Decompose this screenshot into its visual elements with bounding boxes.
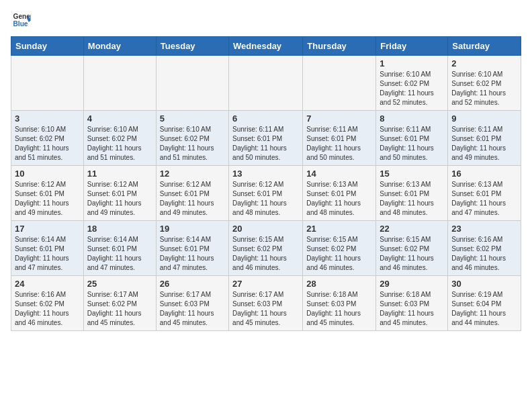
calendar-table: SundayMondayTuesdayWednesdayThursdayFrid…	[11, 36, 521, 331]
calendar-cell: 25Sunrise: 6:17 AM Sunset: 6:02 PM Dayli…	[83, 276, 156, 331]
calendar-cell: 16Sunrise: 6:13 AM Sunset: 6:01 PM Dayli…	[448, 166, 521, 221]
calendar-cell: 6Sunrise: 6:11 AM Sunset: 6:01 PM Daylig…	[229, 111, 303, 166]
calendar-cell: 21Sunrise: 6:15 AM Sunset: 6:02 PM Dayli…	[303, 221, 376, 276]
calendar-cell	[83, 56, 156, 111]
day-number: 12	[160, 169, 225, 179]
day-info: Sunrise: 6:15 AM Sunset: 6:02 PM Dayligh…	[380, 235, 444, 273]
calendar-cell: 9Sunrise: 6:11 AM Sunset: 6:01 PM Daylig…	[448, 111, 521, 166]
calendar-cell	[229, 56, 303, 111]
day-number: 3	[15, 113, 80, 124]
day-info: Sunrise: 6:16 AM Sunset: 6:02 PM Dayligh…	[15, 290, 80, 328]
day-number: 23	[451, 224, 517, 234]
day-number: 10	[15, 169, 80, 179]
day-number: 9	[451, 113, 517, 124]
calendar-cell: 22Sunrise: 6:15 AM Sunset: 6:02 PM Dayli…	[376, 221, 448, 276]
calendar-cell: 19Sunrise: 6:14 AM Sunset: 6:01 PM Dayli…	[156, 221, 228, 276]
calendar-cell: 27Sunrise: 6:17 AM Sunset: 6:03 PM Dayli…	[229, 276, 303, 331]
calendar-cell: 13Sunrise: 6:12 AM Sunset: 6:01 PM Dayli…	[229, 166, 303, 221]
logo-icon: General Blue	[12, 11, 31, 30]
day-info: Sunrise: 6:12 AM Sunset: 6:01 PM Dayligh…	[87, 180, 152, 218]
day-info: Sunrise: 6:10 AM Sunset: 6:02 PM Dayligh…	[87, 125, 152, 163]
day-number: 18	[87, 224, 152, 234]
calendar-cell	[11, 56, 84, 111]
week-row-2: 3Sunrise: 6:10 AM Sunset: 6:02 PM Daylig…	[11, 111, 521, 166]
week-row-3: 10Sunrise: 6:12 AM Sunset: 6:01 PM Dayli…	[11, 166, 521, 221]
calendar-cell: 7Sunrise: 6:11 AM Sunset: 6:01 PM Daylig…	[303, 111, 376, 166]
calendar-cell: 24Sunrise: 6:16 AM Sunset: 6:02 PM Dayli…	[11, 276, 84, 331]
weekday-header-monday: Monday	[83, 37, 156, 56]
day-info: Sunrise: 6:11 AM Sunset: 6:01 PM Dayligh…	[306, 125, 372, 163]
page: General Blue SundayMondayTuesdayWednesda…	[0, 0, 532, 336]
day-info: Sunrise: 6:12 AM Sunset: 6:01 PM Dayligh…	[232, 180, 299, 218]
day-number: 8	[380, 113, 444, 124]
day-info: Sunrise: 6:11 AM Sunset: 6:01 PM Dayligh…	[380, 125, 444, 163]
day-number: 22	[380, 224, 444, 234]
day-number: 13	[232, 169, 299, 179]
day-info: Sunrise: 6:11 AM Sunset: 6:01 PM Dayligh…	[232, 125, 299, 163]
calendar-cell: 15Sunrise: 6:13 AM Sunset: 6:01 PM Dayli…	[376, 166, 448, 221]
calendar-cell: 23Sunrise: 6:16 AM Sunset: 6:02 PM Dayli…	[448, 221, 521, 276]
weekday-header-thursday: Thursday	[303, 37, 376, 56]
calendar-cell: 18Sunrise: 6:14 AM Sunset: 6:01 PM Dayli…	[83, 221, 156, 276]
calendar-cell: 10Sunrise: 6:12 AM Sunset: 6:01 PM Dayli…	[11, 166, 84, 221]
day-number: 1	[380, 58, 444, 68]
day-info: Sunrise: 6:18 AM Sunset: 6:03 PM Dayligh…	[380, 290, 444, 328]
weekday-header-sunday: Sunday	[11, 37, 84, 56]
header: General Blue	[11, 11, 521, 30]
day-number: 16	[451, 169, 517, 179]
weekday-header-friday: Friday	[376, 37, 448, 56]
day-info: Sunrise: 6:14 AM Sunset: 6:01 PM Dayligh…	[160, 235, 225, 273]
calendar-cell: 1Sunrise: 6:10 AM Sunset: 6:02 PM Daylig…	[376, 56, 448, 111]
day-info: Sunrise: 6:15 AM Sunset: 6:02 PM Dayligh…	[306, 235, 372, 273]
day-number: 17	[15, 224, 80, 234]
day-info: Sunrise: 6:14 AM Sunset: 6:01 PM Dayligh…	[87, 235, 152, 273]
day-info: Sunrise: 6:17 AM Sunset: 6:03 PM Dayligh…	[232, 290, 299, 328]
calendar-cell	[303, 56, 376, 111]
calendar-cell: 8Sunrise: 6:11 AM Sunset: 6:01 PM Daylig…	[376, 111, 448, 166]
day-number: 28	[306, 279, 372, 289]
calendar-cell: 26Sunrise: 6:17 AM Sunset: 6:03 PM Dayli…	[156, 276, 228, 331]
day-info: Sunrise: 6:15 AM Sunset: 6:02 PM Dayligh…	[232, 235, 299, 273]
calendar-cell: 14Sunrise: 6:13 AM Sunset: 6:01 PM Dayli…	[303, 166, 376, 221]
calendar-cell: 5Sunrise: 6:10 AM Sunset: 6:02 PM Daylig…	[156, 111, 228, 166]
day-number: 30	[451, 279, 517, 289]
day-number: 21	[306, 224, 372, 234]
day-number: 29	[380, 279, 444, 289]
calendar-cell: 11Sunrise: 6:12 AM Sunset: 6:01 PM Dayli…	[83, 166, 156, 221]
calendar-cell: 29Sunrise: 6:18 AM Sunset: 6:03 PM Dayli…	[376, 276, 448, 331]
calendar-cell	[156, 56, 228, 111]
day-info: Sunrise: 6:13 AM Sunset: 6:01 PM Dayligh…	[306, 180, 372, 218]
day-number: 6	[232, 113, 299, 124]
day-info: Sunrise: 6:10 AM Sunset: 6:02 PM Dayligh…	[15, 125, 80, 163]
day-number: 25	[87, 279, 152, 289]
calendar-cell: 17Sunrise: 6:14 AM Sunset: 6:01 PM Dayli…	[11, 221, 84, 276]
day-number: 11	[87, 169, 152, 179]
day-info: Sunrise: 6:10 AM Sunset: 6:02 PM Dayligh…	[160, 125, 225, 163]
logo: General Blue	[11, 11, 31, 30]
day-number: 4	[87, 113, 152, 124]
day-info: Sunrise: 6:19 AM Sunset: 6:04 PM Dayligh…	[451, 290, 517, 328]
day-info: Sunrise: 6:16 AM Sunset: 6:02 PM Dayligh…	[451, 235, 517, 273]
day-info: Sunrise: 6:12 AM Sunset: 6:01 PM Dayligh…	[160, 180, 225, 218]
day-info: Sunrise: 6:10 AM Sunset: 6:02 PM Dayligh…	[451, 70, 517, 107]
day-info: Sunrise: 6:14 AM Sunset: 6:01 PM Dayligh…	[15, 235, 80, 273]
day-info: Sunrise: 6:11 AM Sunset: 6:01 PM Dayligh…	[451, 125, 517, 163]
day-info: Sunrise: 6:17 AM Sunset: 6:03 PM Dayligh…	[160, 290, 225, 328]
weekday-header-tuesday: Tuesday	[156, 37, 228, 56]
day-info: Sunrise: 6:17 AM Sunset: 6:02 PM Dayligh…	[87, 290, 152, 328]
calendar-cell: 4Sunrise: 6:10 AM Sunset: 6:02 PM Daylig…	[83, 111, 156, 166]
calendar-cell: 30Sunrise: 6:19 AM Sunset: 6:04 PM Dayli…	[448, 276, 521, 331]
day-number: 26	[160, 279, 225, 289]
day-number: 7	[306, 113, 372, 124]
weekday-header-wednesday: Wednesday	[229, 37, 303, 56]
day-number: 5	[160, 113, 225, 124]
day-info: Sunrise: 6:13 AM Sunset: 6:01 PM Dayligh…	[451, 180, 517, 218]
weekday-header-row: SundayMondayTuesdayWednesdayThursdayFrid…	[11, 37, 521, 56]
weekday-header-saturday: Saturday	[448, 37, 521, 56]
day-info: Sunrise: 6:10 AM Sunset: 6:02 PM Dayligh…	[380, 70, 444, 107]
day-number: 14	[306, 169, 372, 179]
calendar-cell: 3Sunrise: 6:10 AM Sunset: 6:02 PM Daylig…	[11, 111, 84, 166]
day-number: 24	[15, 279, 80, 289]
day-info: Sunrise: 6:12 AM Sunset: 6:01 PM Dayligh…	[15, 180, 80, 218]
week-row-1: 1Sunrise: 6:10 AM Sunset: 6:02 PM Daylig…	[11, 56, 521, 111]
